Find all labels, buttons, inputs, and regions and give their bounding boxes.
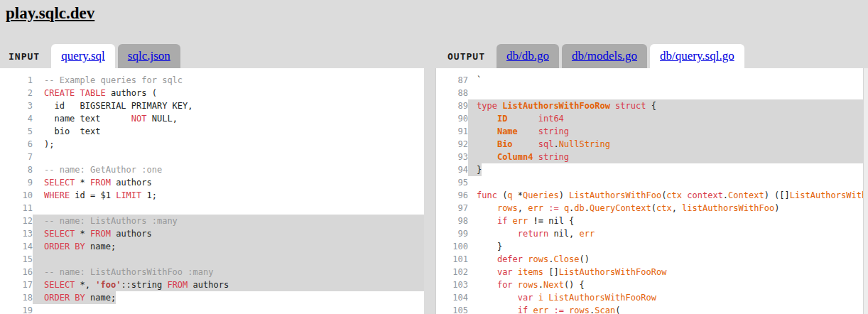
output-code-viewer[interactable]: 87`8889type ListAuthorsWithFooRow struct… xyxy=(435,68,868,314)
code-line[interactable]: 101 defer rows.Close() xyxy=(436,253,868,266)
code-line[interactable]: 105 if err := rows.Scan( xyxy=(436,304,868,314)
line-number: 16 xyxy=(0,266,33,278)
code-line[interactable]: 2CREATE TABLE authors ( xyxy=(0,87,424,99)
line-number: 7 xyxy=(0,151,33,163)
tab-db-models-go-label: db/models.go xyxy=(572,49,637,63)
code-line[interactable]: 5 bio text xyxy=(0,125,424,138)
code-line[interactable]: 99 return nil, err xyxy=(436,227,868,240)
code-line[interactable]: 92 Bio sql.NullString xyxy=(436,138,868,151)
line-number: 17 xyxy=(0,278,33,291)
code-line[interactable]: 90 ID int64 xyxy=(436,112,868,125)
code-line[interactable]: 95 xyxy=(436,176,868,189)
code-line[interactable]: 97 rows, err := q.db.QueryContext(ctx, l… xyxy=(436,202,868,215)
code-text xyxy=(33,202,44,215)
code-line[interactable]: 104 var i ListAuthorsWithFooRow xyxy=(436,291,868,304)
code-line[interactable]: 103 for rows.Next() { xyxy=(436,278,868,291)
code-text: if err := rows.Scan( xyxy=(468,304,620,314)
line-number: 1 xyxy=(0,74,33,87)
code-line[interactable]: 10WHERE id = $1 LIMIT 1; xyxy=(0,189,424,202)
line-number: 89 xyxy=(436,99,468,112)
input-code-editor[interactable]: 1-- Example queries for sqlc2CREATE TABL… xyxy=(0,68,424,314)
code-text: ID int64 xyxy=(468,112,868,125)
tab-sqlc-json-label: sqlc.json xyxy=(128,49,170,63)
code-line[interactable]: 8-- name: GetAuthor :one xyxy=(0,163,424,176)
code-text: -- name: ListAuthors :many xyxy=(33,215,424,227)
code-line[interactable]: 96func (q *Queries) ListAuthorsWithFoo(c… xyxy=(436,189,868,202)
line-number: 105 xyxy=(436,304,468,314)
code-text: func (q *Queries) ListAuthorsWithFoo(ctx… xyxy=(468,189,868,202)
tab-db-query-sql-go[interactable]: db/query.sql.go xyxy=(650,44,744,68)
code-line[interactable]: 100 } xyxy=(436,240,868,253)
line-number: 4 xyxy=(0,112,33,125)
code-line[interactable]: 16-- name: ListAuthorsWithFoo :many xyxy=(0,266,424,278)
code-text xyxy=(33,253,424,266)
tab-db-query-sql-go-label: db/query.sql.go xyxy=(660,49,734,63)
code-line[interactable]: 94} xyxy=(436,163,868,176)
input-tabbar: INPUT query.sql sqlc.json xyxy=(9,44,180,68)
code-text: if err != nil { xyxy=(468,215,574,227)
code-text: id BIGSERIAL PRIMARY KEY, xyxy=(33,99,193,112)
line-number: 87 xyxy=(436,74,468,87)
code-line[interactable]: 6); xyxy=(0,138,424,151)
code-line[interactable]: 18ORDER BY name; xyxy=(0,291,424,304)
line-number: 104 xyxy=(436,291,468,304)
code-line[interactable]: 14ORDER BY name; xyxy=(0,240,424,253)
code-text: ORDER BY name; xyxy=(33,240,424,253)
code-line[interactable]: 87` xyxy=(436,74,868,87)
code-text: return nil, err xyxy=(468,227,595,240)
line-number: 103 xyxy=(436,278,468,291)
line-number: 95 xyxy=(436,176,468,189)
code-text: SELECT * FROM authors xyxy=(33,176,152,189)
line-number: 91 xyxy=(436,125,468,138)
code-line[interactable]: 93 Column4 string xyxy=(436,151,868,163)
line-number: 88 xyxy=(436,87,468,99)
line-number: 10 xyxy=(0,189,33,202)
code-line[interactable]: 3 id BIGSERIAL PRIMARY KEY, xyxy=(0,99,424,112)
code-text: ORDER BY name; xyxy=(33,291,116,304)
input-label: INPUT xyxy=(9,51,40,62)
code-line[interactable]: 17SELECT *, 'foo'::string FROM authors xyxy=(0,278,424,291)
code-line[interactable]: 88 xyxy=(436,87,868,99)
line-number: 8 xyxy=(0,163,33,176)
tab-sqlc-json[interactable]: sqlc.json xyxy=(118,44,180,68)
code-line[interactable]: 89type ListAuthorsWithFooRow struct { xyxy=(436,99,868,112)
code-text: -- name: GetAuthor :one xyxy=(33,163,162,176)
tab-query-sql-label: query.sql xyxy=(61,49,105,63)
code-text: name text NOT NULL, xyxy=(33,112,178,125)
line-number: 14 xyxy=(0,240,33,253)
code-line[interactable]: 1-- Example queries for sqlc xyxy=(0,74,424,87)
code-line[interactable]: 7 xyxy=(0,151,424,163)
code-line[interactable]: 11 xyxy=(0,202,424,215)
line-number: 6 xyxy=(0,138,33,151)
code-line[interactable]: 4 name text NOT NULL, xyxy=(0,112,424,125)
code-line[interactable]: 13SELECT * FROM authors xyxy=(0,227,424,240)
code-text: } xyxy=(468,163,482,176)
code-text: rows, err := q.db.QueryContext(ctx, list… xyxy=(468,202,779,215)
output-tabbar: OUTPUT db/db.go db/models.go db/query.sq… xyxy=(447,44,744,68)
code-line[interactable]: 98 if err != nil { xyxy=(436,215,868,227)
line-number: 94 xyxy=(436,163,468,176)
code-text: Bio sql.NullString xyxy=(468,138,868,151)
line-number: 90 xyxy=(436,112,468,125)
tab-db-models-go[interactable]: db/models.go xyxy=(562,44,647,68)
code-text: -- name: ListAuthorsWithFoo :many xyxy=(33,266,424,278)
code-line[interactable]: 12-- name: ListAuthors :many xyxy=(0,215,424,227)
code-text: Name string xyxy=(468,125,868,138)
line-number: 18 xyxy=(0,291,33,304)
vertical-scrollbar[interactable] xyxy=(863,68,868,314)
line-number: 19 xyxy=(0,304,33,314)
code-line[interactable]: 91 Name string xyxy=(436,125,868,138)
tab-db-db-go[interactable]: db/db.go xyxy=(497,44,559,68)
tab-query-sql[interactable]: query.sql xyxy=(51,44,115,68)
code-text xyxy=(468,87,477,99)
code-line[interactable]: 102 var items []ListAuthorsWithFooRow xyxy=(436,266,868,278)
code-text: var i ListAuthorsWithFooRow xyxy=(468,291,656,304)
code-line[interactable]: 15 xyxy=(0,253,424,266)
line-number: 97 xyxy=(436,202,468,215)
code-text: -- Example queries for sqlc xyxy=(33,74,183,87)
line-number: 12 xyxy=(0,215,33,227)
code-line[interactable]: 9SELECT * FROM authors xyxy=(0,176,424,189)
code-line[interactable]: 19 xyxy=(0,304,424,314)
code-text: Column4 string xyxy=(468,151,868,163)
site-title-link[interactable]: play.sqlc.dev xyxy=(6,4,94,23)
